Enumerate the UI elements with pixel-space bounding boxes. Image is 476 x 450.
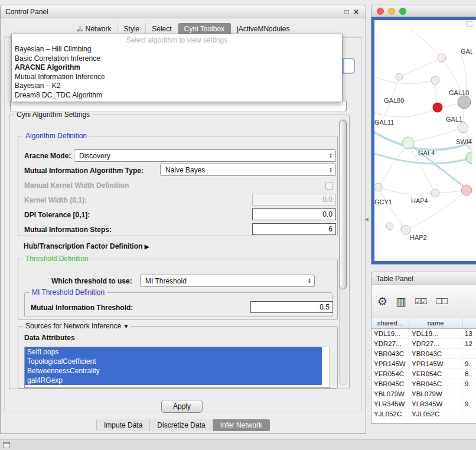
table-row[interactable]: YBR045CYBR045C9. <box>371 379 476 389</box>
attribute-item-gal4rgexp[interactable]: gal4RGexp <box>25 376 322 385</box>
tab-label: Cyni Toolbox <box>184 25 224 33</box>
network-node[interactable] <box>386 223 393 230</box>
manual-kernel-width-checkbox[interactable] <box>325 182 333 190</box>
network-node[interactable] <box>433 103 442 112</box>
network-node[interactable] <box>431 76 439 84</box>
algorithm-placeholder: Select algorithm to view settings <box>12 35 342 45</box>
kernel-width-input[interactable] <box>252 194 336 206</box>
expand-right-icon: ▶ <box>145 243 149 250</box>
table-cell: YLR345W <box>371 399 409 409</box>
mac-zoom-button[interactable] <box>399 8 406 15</box>
network-canvas[interactable]: GALGAL80GAL10GAL11GAL1SWI4GAL4GCY1HAP4HA… <box>374 20 476 261</box>
data-attributes-label: Data Attributes <box>24 334 75 342</box>
deselect-all-icon[interactable]: ☐☐ <box>435 297 446 306</box>
table-row[interactable]: YBR043CYBR043C <box>371 349 476 359</box>
table-row[interactable]: YPR145WYPR145W9. <box>371 359 476 369</box>
algorithm-option-bayesian-hill-climbing[interactable]: Bayesian – Hill Climbing <box>12 45 342 54</box>
algorithm-option-mutual-information-inference[interactable]: Mutual Information Inference <box>12 73 342 82</box>
algorithm-option-bayesian-k2[interactable]: Bayesian – K2 <box>12 81 342 91</box>
table-row[interactable]: YER054CYER054C8. <box>371 369 476 379</box>
bottom-tab-infer-network[interactable]: Infer Network <box>213 419 270 431</box>
dpi-tolerance-input[interactable] <box>252 208 336 220</box>
network-node-label: GAL11 <box>374 119 394 126</box>
algorithm-option-dream8-dc-tdc-algorithm[interactable]: Dream8 DC_TDC Algorithm <box>12 91 342 100</box>
network-window-titlebar[interactable] <box>371 5 476 17</box>
table-cell: YBR043C <box>409 349 462 359</box>
table-panel-toolbar: ⚙▥☑☑☐☐ <box>371 285 476 318</box>
settings-scrollbar[interactable] <box>339 119 347 385</box>
mac-close-button[interactable] <box>377 8 384 15</box>
table-row[interactable]: YLR345WYLR345W9. <box>371 399 476 409</box>
select-all-icon[interactable]: ☑☑ <box>415 297 426 306</box>
mi-steps-input[interactable] <box>252 223 336 235</box>
table-cell: YBR043C <box>371 349 409 359</box>
data-attributes-list[interactable]: SelfLoopsTopologicalCoefficientBetweenne… <box>24 347 330 388</box>
algorithm-option-aracne-algorithm[interactable]: ARACNE Algorithm <box>12 63 342 73</box>
network-node[interactable] <box>461 185 472 195</box>
network-node[interactable] <box>401 225 410 234</box>
network-node[interactable] <box>396 73 403 80</box>
mac-minimize-button[interactable] <box>388 8 395 15</box>
attribute-item-betweennesscentrality[interactable]: BetweennessCentrality <box>25 366 322 376</box>
network-node[interactable] <box>431 189 439 197</box>
settings-scrollbar-thumb[interactable] <box>340 120 347 289</box>
table-cell: 9. <box>462 359 476 369</box>
mi-threshold-input[interactable] <box>250 301 333 313</box>
table-panel-titlebar[interactable]: Table Panel <box>371 272 476 285</box>
table-panel-title: Table Panel <box>376 275 413 283</box>
sources-group-title[interactable]: Sources for Network Inference ▼ <box>23 322 131 331</box>
apply-button[interactable]: Apply <box>161 400 203 413</box>
tab-jactivemnodules[interactable]: jActiveMNodules <box>231 23 295 35</box>
tab-network[interactable]: Network <box>71 23 118 35</box>
network-node-label: GAL80 <box>384 97 404 104</box>
network-overview-toggle[interactable] <box>467 21 472 27</box>
tab-label: Select <box>152 25 171 33</box>
column-header-name[interactable]: name <box>409 318 462 329</box>
attribute-item-selfloops[interactable]: SelfLoops <box>25 347 322 357</box>
network-node[interactable] <box>438 54 446 62</box>
table-row[interactable]: YDR27...YDR27...12 <box>371 339 476 349</box>
tab-label: Style <box>124 25 140 33</box>
mi-threshold-definition-group: MI Threshold Definition Mutual Informati… <box>24 292 332 317</box>
which-threshold-select[interactable]: MI Threshold ▲▼ <box>140 275 315 287</box>
network-node[interactable] <box>466 152 472 164</box>
attribute-item-topologicalcoefficient[interactable]: TopologicalCoefficient <box>25 357 322 366</box>
network-view-window: GALGAL80GAL10GAL11GAL1SWI4GAL4GCY1HAP4HA… <box>371 5 476 265</box>
spinner-arrows-icon: ▲▼ <box>329 167 332 173</box>
network-edge <box>408 128 463 143</box>
restore-panel-icon[interactable] <box>3 442 10 448</box>
tab-style[interactable]: Style <box>118 23 146 35</box>
table-cell: 8. <box>462 369 476 379</box>
panel-collapse-handle[interactable]: ◀ <box>364 216 369 222</box>
aracne-mode-value: Discovery <box>79 152 110 160</box>
column-header-shared[interactable]: shared... <box>371 318 409 329</box>
settings-gear-icon[interactable]: ⚙ <box>377 295 386 308</box>
column-header-extra[interactable] <box>462 318 476 329</box>
network-node[interactable] <box>458 122 468 133</box>
network-node[interactable] <box>402 137 414 149</box>
mi-algorithm-type-value: Naive Bayes <box>165 166 205 174</box>
column-visibility-icon[interactable]: ▥ <box>396 295 405 308</box>
network-edge <box>374 77 435 84</box>
bottom-tab-discretize-data[interactable]: Discretize Data <box>150 419 213 431</box>
threshold-definition-group: Threshold Definition Which threshold to … <box>18 259 338 320</box>
network-node-label: HAP4 <box>411 197 428 204</box>
cyni-algorithm-settings-group: Cyni Algorithm Settings Algorithm Defini… <box>9 115 350 389</box>
network-node[interactable] <box>374 183 382 191</box>
table-row[interactable]: YJL052CYJL052C <box>371 409 476 419</box>
table-cell <box>462 389 476 399</box>
algorithm-option-basic-correlation-inference[interactable]: Basic Correlation Inference <box>12 54 342 64</box>
control-panel-titlebar[interactable]: Control Panel □ × <box>1 5 366 18</box>
hub-tf-section-label[interactable]: Hub/Transcription Factor Definition ▶ <box>24 242 149 250</box>
close-window-icon[interactable]: × <box>351 7 361 17</box>
mi-algorithm-type-select[interactable]: Naive Bayes ▲▼ <box>160 164 336 176</box>
tab-cyni-toolbox[interactable]: Cyni Toolbox <box>178 23 231 35</box>
table-row[interactable]: YBL079WYBL079W <box>371 389 476 399</box>
bottom-tab-impute-data[interactable]: Impute Data <box>96 419 150 431</box>
float-window-icon[interactable]: □ <box>342 8 351 16</box>
network-edge <box>378 143 408 187</box>
tab-select[interactable]: Select <box>146 23 178 35</box>
network-node[interactable] <box>458 96 471 109</box>
table-row[interactable]: YDL19...YDL19...13 <box>371 329 476 339</box>
aracne-mode-select[interactable]: Discovery ▲▼ <box>74 149 336 162</box>
